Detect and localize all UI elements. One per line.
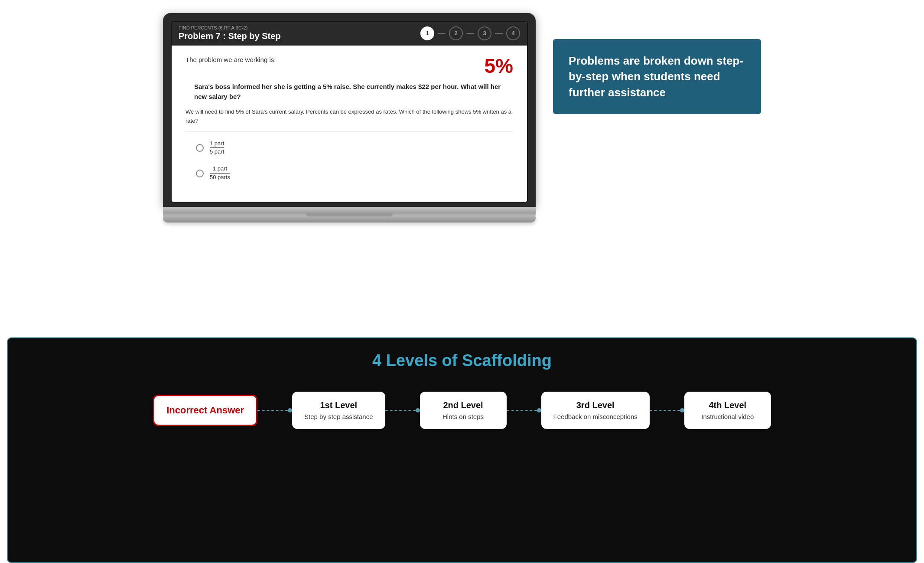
- connector-2: [385, 408, 420, 412]
- fraction-2-numerator: 1 part: [210, 165, 230, 173]
- screen-header: FIND PERCENTS (6.RP.A.3C-2) Problem 7 : …: [172, 22, 527, 46]
- fraction-1: 1 part 5 part: [210, 140, 224, 156]
- flow-box-level-4: 4th Level Instructional video: [684, 392, 771, 429]
- problem-bold-text: Sara's boss informed her she is getting …: [185, 82, 513, 101]
- dashed-line-1: [257, 410, 288, 411]
- connector-3: [507, 408, 541, 412]
- laptop-screen: FIND PERCENTS (6.RP.A.3C-2) Problem 7 : …: [171, 21, 528, 203]
- dashed-line-4: [650, 410, 680, 411]
- laptop-base: [163, 207, 536, 216]
- radio-circle-2[interactable]: [196, 170, 204, 177]
- top-section: FIND PERCENTS (6.RP.A.3C-2) Problem 7 : …: [0, 0, 924, 223]
- dashed-line-2: [385, 410, 416, 411]
- radio-options: 1 part 5 part 1 part 50 parts: [185, 140, 513, 182]
- bottom-section: 4 Levels of Scaffolding Incorrect Answer…: [7, 337, 917, 563]
- level-4-title: 4th Level: [696, 400, 759, 410]
- flow-box-level-3: 3rd Level Feedback on misconceptions: [541, 392, 650, 429]
- fraction-2-denominator: 50 parts: [210, 173, 230, 181]
- fraction-1-denominator: 5 part: [210, 148, 224, 156]
- step-circle-4[interactable]: 4: [506, 26, 520, 40]
- incorrect-answer-label: Incorrect Answer: [166, 405, 244, 416]
- step-connector-3: [495, 33, 503, 34]
- level-2-desc: Hints on steps: [432, 413, 495, 420]
- arrow-dot-4: [680, 408, 684, 412]
- step-circles: 1 2 3 4: [420, 26, 520, 40]
- arrow-dot-3: [537, 408, 541, 412]
- level-1-title: 1st Level: [304, 400, 373, 410]
- flow-box-level-2: 2nd Level Hints on steps: [420, 392, 507, 429]
- callout-text: Problems are broken down step-by-step wh…: [569, 53, 745, 100]
- connector-1: [257, 408, 292, 412]
- radio-option-2[interactable]: 1 part 50 parts: [196, 165, 513, 181]
- problem-subtitle: FIND PERCENTS (6.RP.A.3C-2): [179, 25, 281, 30]
- fraction-2: 1 part 50 parts: [210, 165, 230, 181]
- laptop-wrapper: FIND PERCENTS (6.RP.A.3C-2) Problem 7 : …: [163, 13, 536, 223]
- flow-box-level-1: 1st Level Step by step assistance: [292, 392, 385, 429]
- scaffolding-title: 4 Levels of Scaffolding: [372, 351, 552, 370]
- radio-circle-1[interactable]: [196, 144, 204, 152]
- screen-header-left: FIND PERCENTS (6.RP.A.3C-2) Problem 7 : …: [179, 25, 281, 41]
- problem-description: We will need to find 5% of Sara's curren…: [185, 108, 513, 126]
- problem-intro-text: The problem we are working is:: [185, 56, 276, 63]
- laptop-body: FIND PERCENTS (6.RP.A.3C-2) Problem 7 : …: [163, 13, 536, 207]
- step-connector-1: [438, 33, 446, 34]
- arrow-dot-1: [288, 408, 292, 412]
- level-3-desc: Feedback on misconceptions: [553, 413, 638, 420]
- screen-body: The problem we are working is: 5% Sara's…: [172, 46, 527, 202]
- level-3-title: 3rd Level: [553, 400, 638, 410]
- radio-option-1[interactable]: 1 part 5 part: [196, 140, 513, 156]
- level-1-desc: Step by step assistance: [304, 413, 373, 420]
- step-circle-2[interactable]: 2: [449, 26, 463, 40]
- level-4-desc: Instructional video: [696, 413, 759, 420]
- laptop-stand: [163, 216, 536, 223]
- step-connector-2: [466, 33, 474, 34]
- problem-percent: 5%: [485, 56, 513, 76]
- step-circle-1[interactable]: 1: [420, 26, 434, 40]
- level-2-title: 2nd Level: [432, 400, 495, 410]
- problem-intro-row: The problem we are working is: 5%: [185, 56, 513, 76]
- dashed-line-3: [507, 410, 537, 411]
- divider: [185, 131, 513, 131]
- arrow-dot-2: [416, 408, 420, 412]
- problem-title: Problem 7 : Step by Step: [179, 31, 281, 41]
- step-circle-3[interactable]: 3: [478, 26, 491, 40]
- connector-4: [650, 408, 684, 412]
- flow-box-incorrect: Incorrect Answer: [153, 395, 257, 426]
- flow-container: Incorrect Answer 1st Level Step by step …: [34, 392, 890, 429]
- fraction-1-numerator: 1 part: [210, 140, 224, 148]
- callout-box: Problems are broken down step-by-step wh…: [553, 39, 761, 114]
